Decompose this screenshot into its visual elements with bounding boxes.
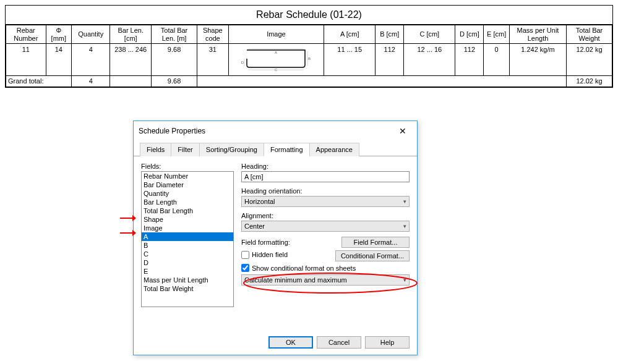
show-conditional-label: Show conditional format on sheets bbox=[252, 265, 356, 272]
chevron-down-icon: ▾ bbox=[403, 277, 406, 283]
dialog-titlebar[interactable]: Schedule Properties ✕ bbox=[134, 121, 417, 141]
field-item[interactable]: Mass per Unit Length bbox=[142, 276, 233, 284]
cell-rebar-number: 11 bbox=[6, 44, 46, 76]
cell-diameter: 14 bbox=[46, 44, 72, 76]
header-d: D [cm] bbox=[455, 25, 484, 44]
field-item[interactable]: Total Bar Length bbox=[142, 206, 233, 215]
tab-formatting[interactable]: Formatting bbox=[264, 143, 310, 156]
field-item[interactable]: D bbox=[142, 258, 233, 267]
header-rebar-number: Rebar Number bbox=[6, 25, 46, 44]
schedule-table: Rebar Number Φ [mm] Quantity Bar Len. [c… bbox=[6, 25, 612, 87]
cell-d: 112 bbox=[455, 44, 484, 76]
field-item[interactable]: Quantity bbox=[142, 189, 233, 198]
table-header-row: Rebar Number Φ [mm] Quantity Bar Len. [c… bbox=[6, 25, 612, 44]
field-item[interactable]: B bbox=[142, 241, 233, 250]
svg-text:D: D bbox=[241, 61, 244, 64]
table-data-row: 11 14 4 238 ... 246 9.68 31 A B C D bbox=[6, 44, 612, 76]
grand-total-quantity: 4 bbox=[72, 75, 110, 87]
field-item[interactable]: Bar Diameter bbox=[142, 180, 233, 189]
alignment-label: Alignment: bbox=[241, 212, 410, 219]
rebar-shape-icon: A B C D bbox=[236, 45, 316, 72]
heading-label: Heading: bbox=[241, 163, 410, 170]
heading-input[interactable] bbox=[241, 171, 410, 182]
header-bar-len: Bar Len. [cm] bbox=[110, 25, 152, 44]
hidden-field-checkbox-row[interactable]: Hidden field bbox=[241, 251, 288, 259]
cell-total-bar-weight: 12.02 kg bbox=[567, 44, 612, 76]
cell-total-bar-len: 9.68 bbox=[152, 44, 197, 76]
field-format-button[interactable]: Field Format... bbox=[341, 237, 410, 248]
cancel-button[interactable]: Cancel bbox=[317, 336, 361, 349]
grand-total-bar-len: 9.68 bbox=[152, 75, 197, 87]
tab-fields[interactable]: Fields bbox=[140, 143, 171, 156]
header-quantity: Quantity bbox=[72, 25, 110, 44]
schedule-properties-dialog: Schedule Properties ✕ Fields Filter Sort… bbox=[133, 121, 418, 355]
header-total-bar-len: Total Bar Len. [m] bbox=[152, 25, 197, 44]
cell-a: 11 ... 15 bbox=[324, 44, 376, 76]
header-image: Image bbox=[228, 25, 324, 44]
svg-text:A: A bbox=[275, 51, 277, 54]
help-button[interactable]: Help bbox=[365, 336, 410, 349]
field-item[interactable]: Shape bbox=[142, 215, 233, 224]
heading-orientation-dropdown[interactable]: Horizontal ▾ bbox=[241, 196, 410, 207]
header-total-bar-weight: Total Bar Weight bbox=[567, 25, 612, 44]
cell-image: A B C D bbox=[228, 44, 324, 76]
tabs: Fields Filter Sorting/Grouping Formattin… bbox=[134, 142, 417, 156]
field-item[interactable]: Image bbox=[142, 224, 233, 232]
field-item[interactable]: E bbox=[142, 267, 233, 276]
cell-e: 0 bbox=[484, 44, 510, 76]
header-b: B [cm] bbox=[376, 25, 404, 44]
cell-mass-per-unit: 1.242 kg/m bbox=[509, 44, 566, 76]
alignment-dropdown[interactable]: Center ▾ bbox=[241, 221, 410, 232]
dialog-footer: OK Cancel Help bbox=[268, 336, 410, 349]
field-item[interactable]: A bbox=[142, 232, 233, 241]
svg-text:B: B bbox=[308, 57, 311, 61]
schedule-title: Rebar Schedule (01-22) bbox=[6, 6, 612, 25]
tab-filter[interactable]: Filter bbox=[171, 143, 199, 156]
field-item[interactable]: Bar Length bbox=[142, 198, 233, 206]
alignment-value: Center bbox=[244, 222, 265, 230]
schedule-container: Rebar Schedule (01-22) Rebar Number Φ [m… bbox=[5, 5, 613, 88]
calculate-value: Calculate minimum and maximum bbox=[244, 276, 347, 284]
chevron-down-icon: ▾ bbox=[403, 198, 406, 205]
hidden-field-checkbox[interactable] bbox=[241, 251, 249, 259]
header-c: C [cm] bbox=[404, 25, 455, 44]
calculate-dropdown[interactable]: Calculate minimum and maximum ▾ bbox=[241, 274, 410, 286]
cell-shape-code: 31 bbox=[197, 44, 228, 76]
field-formatting-label: Field formatting: bbox=[241, 239, 290, 246]
tab-appearance[interactable]: Appearance bbox=[309, 143, 359, 156]
heading-orientation-value: Horizontal bbox=[244, 198, 275, 205]
show-conditional-checkbox-row[interactable]: Show conditional format on sheets bbox=[241, 264, 410, 272]
heading-orientation-label: Heading orientation: bbox=[241, 187, 410, 195]
header-a: A [cm] bbox=[324, 25, 376, 44]
close-icon: ✕ bbox=[399, 126, 406, 136]
table-total-row: Grand total: 4 9.68 12.02 kg bbox=[6, 75, 612, 87]
tab-sorting-grouping[interactable]: Sorting/Grouping bbox=[199, 143, 264, 156]
ok-button[interactable]: OK bbox=[268, 336, 313, 349]
cell-c: 12 ... 16 bbox=[404, 44, 455, 76]
fields-list[interactable]: Rebar NumberBar DiameterQuantityBar Leng… bbox=[141, 171, 234, 307]
fields-label: Fields: bbox=[141, 163, 234, 170]
close-button[interactable]: ✕ bbox=[393, 125, 412, 137]
dialog-title: Schedule Properties bbox=[139, 127, 205, 135]
field-item[interactable]: Total Bar Weight bbox=[142, 284, 233, 293]
cell-b: 112 bbox=[376, 44, 404, 76]
header-mass-per-unit: Mass per Unit Length bbox=[509, 25, 566, 44]
header-shape-code: Shape code bbox=[197, 25, 228, 44]
cell-quantity: 4 bbox=[72, 44, 110, 76]
cell-bar-len: 238 ... 246 bbox=[110, 44, 152, 76]
hidden-field-label: Hidden field bbox=[252, 251, 288, 258]
show-conditional-checkbox[interactable] bbox=[241, 264, 249, 272]
chevron-down-icon: ▾ bbox=[403, 223, 406, 229]
grand-total-weight: 12.02 kg bbox=[567, 75, 612, 87]
grand-total-label: Grand total: bbox=[6, 75, 72, 87]
conditional-format-button[interactable]: Conditional Format... bbox=[335, 250, 410, 261]
field-item[interactable]: Rebar Number bbox=[142, 172, 233, 180]
field-item[interactable]: C bbox=[142, 250, 233, 258]
header-diameter: Φ [mm] bbox=[46, 25, 72, 44]
header-e: E [cm] bbox=[484, 25, 510, 44]
